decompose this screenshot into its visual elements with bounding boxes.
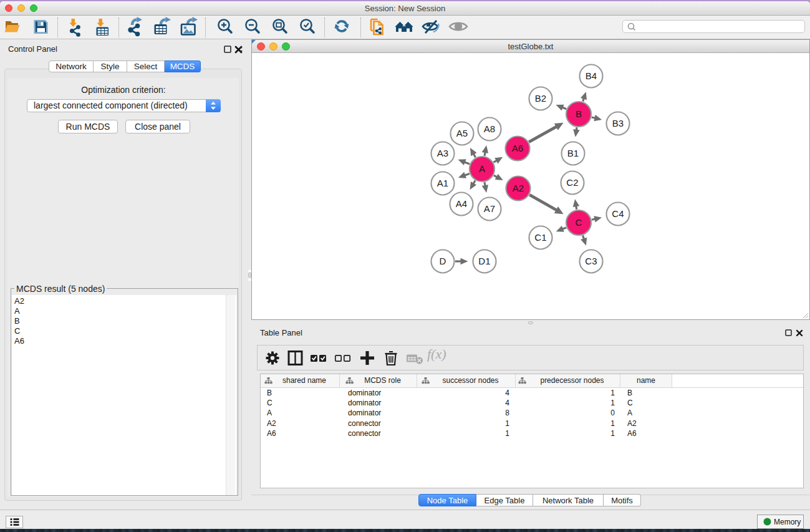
- svg-text:B1: B1: [567, 148, 579, 158]
- svg-text:A2: A2: [513, 183, 524, 193]
- svg-text:D1: D1: [478, 256, 491, 266]
- svg-text:A8: A8: [484, 123, 496, 134]
- svg-text:A4: A4: [456, 198, 468, 209]
- svg-text:C: C: [575, 217, 582, 228]
- svg-text:B: B: [576, 109, 582, 119]
- svg-text:B3: B3: [612, 118, 624, 128]
- svg-text:C4: C4: [612, 208, 624, 219]
- svg-text:C2: C2: [566, 177, 579, 188]
- svg-text:C1: C1: [534, 232, 547, 243]
- svg-text:A3: A3: [437, 148, 449, 158]
- svg-text:A6: A6: [512, 143, 524, 153]
- svg-text:C3: C3: [585, 256, 597, 266]
- svg-text:A7: A7: [484, 203, 496, 214]
- svg-text:B4: B4: [586, 70, 597, 81]
- svg-text:A1: A1: [437, 178, 449, 188]
- svg-text:B2: B2: [535, 93, 547, 104]
- svg-text:A5: A5: [456, 128, 468, 138]
- svg-text:D: D: [439, 256, 446, 266]
- svg-text:A: A: [479, 163, 485, 174]
